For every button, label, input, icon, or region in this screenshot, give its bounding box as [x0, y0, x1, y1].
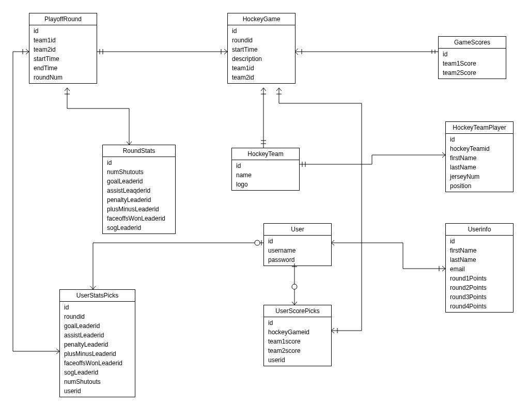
field: id — [60, 303, 135, 312]
svg-point-45 — [255, 240, 260, 245]
svg-line-15 — [65, 88, 67, 91]
field: id — [103, 158, 175, 167]
field: email — [446, 265, 513, 274]
field: sogLeaderid — [103, 223, 175, 232]
field: sogLeaderid — [60, 368, 135, 377]
entity-title: HockeyGame — [228, 13, 295, 25]
field: numShutouts — [103, 167, 175, 177]
field: team2id — [29, 45, 97, 54]
field: assistLeaderid — [60, 331, 135, 340]
field: position — [446, 181, 513, 191]
field: startTime — [228, 45, 295, 54]
svg-line-37 — [276, 88, 279, 91]
entity-title: HockeyTeam — [232, 148, 299, 160]
er-diagram-canvas: PlayoffRound id team1id team2id startTim… — [0, 0, 529, 420]
svg-line-16 — [67, 88, 70, 91]
field: userid — [264, 355, 331, 365]
field: team1Score — [439, 59, 506, 68]
field: logo — [232, 180, 299, 189]
field: firstName — [446, 246, 513, 255]
field: faceoffsWonLeaderid — [103, 214, 175, 223]
field: description — [228, 54, 295, 64]
entity-user: User id username password — [263, 223, 332, 266]
field: hockeyTeamid — [446, 144, 513, 153]
field: firstName — [446, 153, 513, 163]
field: goalLeaderid — [103, 177, 175, 186]
svg-line-22 — [263, 88, 266, 91]
entity-hockeygame: HockeyGame id roundid startTime descript… — [227, 13, 295, 84]
entity-title: GameScores — [439, 37, 506, 49]
entity-roundstats: RoundStats id numShutouts goalLeaderid a… — [102, 145, 176, 234]
field: team1id — [228, 64, 295, 73]
field: team2id — [228, 73, 295, 82]
entity-playoffround: PlayoffRound id team1id team2id startTim… — [29, 13, 97, 84]
svg-point-59 — [292, 284, 297, 289]
field: id — [446, 237, 513, 246]
field: team2score — [264, 346, 331, 355]
field: roundNum — [29, 73, 97, 82]
field: id — [232, 161, 299, 170]
entity-userscorepicks: UserScorePicks id hockeyGameid team1scor… — [263, 305, 332, 366]
entity-title: Userinfo — [446, 224, 513, 236]
field: plusMinusLeaderid — [60, 349, 135, 359]
field: hockeyGameid — [264, 328, 331, 337]
field: id — [446, 135, 513, 144]
field: team1score — [264, 337, 331, 346]
entity-userinfo: Userinfo id firstName lastName email rou… — [445, 223, 514, 313]
field: roundid — [60, 312, 135, 321]
field: penaltyLeaderid — [60, 340, 135, 349]
field: plusMinusLeaderid — [103, 205, 175, 214]
entity-hockeyteamplayer: HockeyTeamPlayer id hockeyTeamid firstNa… — [445, 121, 514, 192]
field: endTime — [29, 64, 97, 73]
field: id — [264, 237, 331, 246]
field: id — [439, 50, 506, 59]
entity-title: UserStatsPicks — [60, 290, 135, 302]
entity-title: UserScorePicks — [264, 305, 331, 317]
entity-gamescores: GameScores id team1Score team2Score — [438, 36, 506, 79]
field: username — [264, 246, 331, 255]
field: team1id — [29, 36, 97, 45]
field: numShutouts — [60, 377, 135, 386]
entity-title: RoundStats — [103, 145, 175, 157]
field: round2Points — [446, 283, 513, 292]
field: roundid — [228, 36, 295, 45]
field: lastName — [446, 255, 513, 265]
field: id — [29, 26, 97, 36]
field: goalLeaderid — [60, 321, 135, 331]
svg-line-21 — [261, 88, 263, 91]
field: team2Score — [439, 68, 506, 77]
field: startTime — [29, 54, 97, 64]
field: assistLeaqderid — [103, 186, 175, 195]
entity-title: User — [264, 224, 331, 236]
field: round1Points — [446, 274, 513, 283]
field: id — [228, 26, 295, 36]
field: lastName — [446, 163, 513, 172]
field: jerseyNum — [446, 172, 513, 181]
svg-line-38 — [279, 88, 282, 91]
entity-title: PlayoffRound — [29, 13, 97, 25]
field: password — [264, 255, 331, 265]
field: userid — [60, 386, 135, 396]
field: round3Points — [446, 292, 513, 302]
field: round4Points — [446, 302, 513, 311]
entity-userstatspicks: UserStatsPicks id roundid goalLeaderid a… — [59, 289, 135, 397]
entity-hockeyteam: HockeyTeam id name logo — [231, 148, 300, 191]
field: faceoffsWonLeaderid — [60, 359, 135, 368]
field: penaltyLeaderid — [103, 195, 175, 205]
entity-title: HockeyTeamPlayer — [446, 122, 513, 134]
field: name — [232, 170, 299, 180]
field: id — [264, 318, 331, 328]
